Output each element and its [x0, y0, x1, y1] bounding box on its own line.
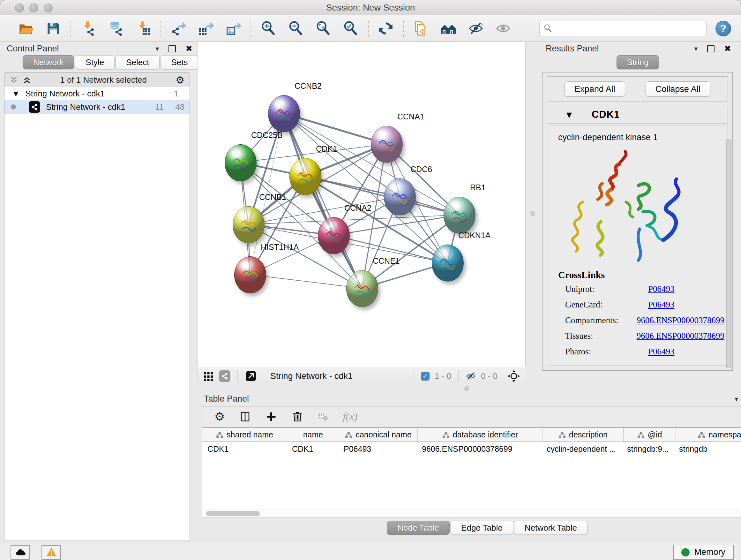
node-CDKN1A[interactable] — [432, 245, 464, 282]
network-share-icon[interactable] — [219, 370, 230, 382]
tab-string[interactable]: String — [616, 55, 659, 69]
right-splitter[interactable] — [526, 42, 539, 385]
node-CCNA2[interactable] — [318, 217, 350, 254]
control-panel-collapse-icon[interactable]: ▾ — [155, 45, 159, 53]
collection-expand-icon[interactable]: ▼ — [13, 90, 18, 98]
table-settings-gear-icon[interactable]: ⚙ — [214, 411, 225, 422]
tab-select[interactable]: Select — [116, 55, 159, 69]
column-type-icon — [637, 431, 645, 438]
network-options-gear-icon[interactable]: ⚙ — [176, 75, 185, 85]
export-network-icon — [171, 20, 186, 37]
expand-all-networks-icon[interactable] — [23, 76, 31, 84]
node-CCNA1[interactable] — [371, 126, 403, 163]
collapse-all-button[interactable]: Collapse All — [646, 81, 711, 97]
network-row-selected[interactable]: String Network - cdk1 11 48 — [4, 100, 190, 114]
network-canvas[interactable]: CCNB2CCNA1CDC25BCDK1CDC6RB1CCNB1CCNA2CDK… — [198, 42, 526, 367]
add-column-icon[interactable] — [266, 411, 277, 422]
crosslink-pharos-link[interactable]: P06493 — [648, 347, 675, 357]
refresh-button[interactable] — [377, 19, 395, 37]
crosslink-tissues-link[interactable]: 9606.ENSP00000378699 — [636, 331, 724, 341]
node-RB1[interactable] — [444, 197, 475, 234]
table-horizontal-scrollbar[interactable] — [202, 509, 741, 517]
show-all-button[interactable] — [494, 19, 512, 37]
tab-network[interactable]: Network — [23, 55, 74, 69]
horizontal-splitter-handle[interactable] — [464, 386, 469, 391]
zoom-in-button[interactable] — [259, 19, 277, 37]
help-button[interactable]: ? — [716, 21, 731, 37]
node-CCNE1[interactable] — [346, 270, 378, 307]
close-window-button[interactable] — [15, 3, 24, 12]
node-HIST1H1A[interactable] — [234, 256, 266, 294]
hide-selected-button[interactable] — [467, 19, 485, 37]
results-scrollbar[interactable] — [726, 139, 731, 368]
zoom-out-button[interactable] — [287, 19, 305, 37]
hidden-eye-icon[interactable] — [466, 371, 476, 381]
node-label-CCNB1: CCNB1 — [259, 192, 286, 202]
collapse-all-networks-icon[interactable] — [10, 76, 18, 84]
control-panel-float-icon[interactable] — [169, 45, 176, 52]
tab-edge-table[interactable]: Edge Table — [451, 521, 513, 535]
column-header-name[interactable]: name — [287, 428, 339, 442]
node-result-header[interactable]: ▼ CDK1 — [547, 106, 728, 124]
show-columns-icon[interactable] — [239, 411, 251, 422]
cloud-status-button[interactable] — [10, 545, 30, 560]
copy-network-button[interactable] — [412, 19, 430, 37]
column-header-namespace[interactable]: namespace — [676, 428, 741, 442]
application-window: Session: New Session ? Control Panel ▾ ✖… — [0, 0, 741, 560]
birdseye-view-icon[interactable] — [245, 370, 257, 382]
right-splitter-handle[interactable] — [530, 211, 535, 216]
node-CDC6[interactable] — [384, 179, 416, 215]
minimize-window-button[interactable] — [29, 3, 38, 12]
import-table-button[interactable] — [134, 19, 152, 37]
node-CCNB1[interactable] — [232, 206, 265, 243]
search-box[interactable] — [539, 21, 706, 36]
crosslink-compartments-link[interactable]: 9606.ENSP00000378699 — [636, 315, 724, 325]
search-input[interactable] — [556, 23, 702, 34]
export-network-button[interactable] — [170, 19, 187, 37]
zoom-window-button[interactable] — [44, 3, 53, 12]
control-panel-close-icon[interactable]: ✖ — [185, 44, 192, 53]
tab-network-table[interactable]: Network Table — [514, 521, 588, 535]
node-CDC25B[interactable] — [225, 144, 257, 181]
export-table-button[interactable] — [197, 19, 215, 37]
column-header-@id[interactable]: @id — [623, 428, 676, 442]
tab-style[interactable]: Style — [75, 55, 115, 69]
tab-node-table[interactable]: Node Table — [387, 521, 450, 535]
export-image-button[interactable] — [224, 19, 242, 37]
results-panel-close-icon[interactable]: ✖ — [724, 44, 731, 53]
table-row[interactable]: CDK1CDK1P064939606.ENSP00000378699cyclin… — [202, 442, 741, 456]
import-database-button[interactable] — [107, 19, 125, 37]
results-panel-collapse-icon[interactable]: ▾ — [694, 45, 697, 53]
tab-sets[interactable]: Sets — [160, 55, 198, 69]
save-session-button[interactable] — [44, 19, 62, 37]
column-header-database-identifier[interactable]: database identifier — [418, 428, 543, 442]
table-panel-collapse-icon[interactable]: ▾ — [735, 395, 738, 403]
results-panel-float-icon[interactable] — [707, 45, 715, 52]
entry-expand-icon[interactable]: ▼ — [566, 111, 572, 119]
memory-button[interactable]: Memory — [673, 545, 734, 560]
horizontal-splitter[interactable] — [198, 385, 741, 392]
edge-CCNB2-CCNE1[interactable] — [284, 113, 362, 288]
crosshair-icon[interactable] — [507, 369, 521, 383]
crosslink-genecard-link[interactable]: P06493 — [648, 300, 675, 310]
network-collection-row[interactable]: ▼ String Network - cdk1 1 — [4, 87, 190, 100]
edge-CDK1-RB1[interactable] — [305, 176, 459, 215]
zoom-fit-button[interactable] — [314, 19, 332, 37]
selected-checkbox-icon[interactable]: ✓ — [421, 372, 429, 381]
first-neighbors-button[interactable] — [440, 19, 457, 37]
expand-all-button[interactable]: Expand All — [564, 81, 625, 97]
column-header-description[interactable]: description — [543, 428, 623, 442]
import-network-button[interactable] — [79, 19, 97, 37]
warnings-button[interactable] — [42, 545, 61, 560]
zoom-selected-button[interactable] — [342, 19, 360, 37]
grid-view-icon[interactable] — [203, 371, 214, 381]
crosslink-uniprot-link[interactable]: P06493 — [648, 284, 675, 294]
column-header-shared-name[interactable]: shared name — [202, 428, 287, 442]
node-CCNB2[interactable] — [268, 95, 300, 132]
edge-HIST1H1A-CCNE1[interactable] — [250, 274, 362, 288]
column-header-canonical-name[interactable]: canonical name — [339, 428, 418, 442]
open-session-button[interactable] — [17, 19, 35, 37]
selected-node-edge-counts: 1 - 0 — [434, 371, 451, 381]
node-CDK1[interactable] — [289, 158, 321, 195]
delete-column-icon[interactable] — [292, 411, 303, 422]
